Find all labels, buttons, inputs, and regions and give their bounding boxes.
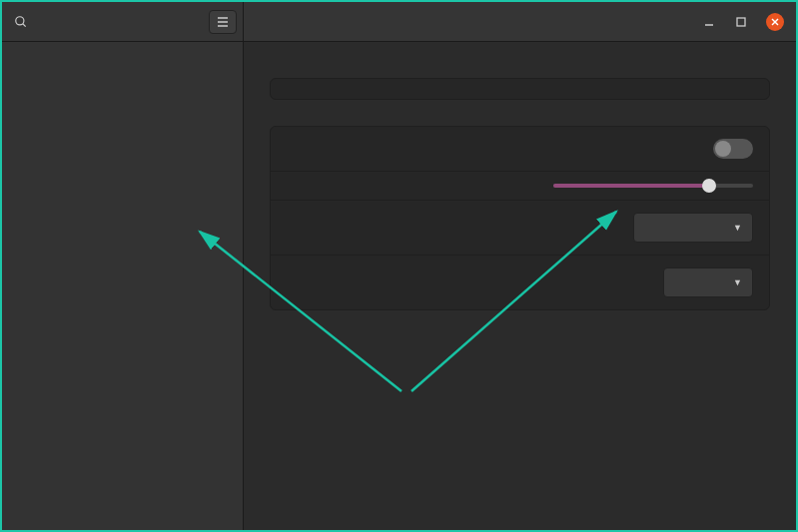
svg-rect-6	[737, 18, 745, 26]
slider-handle-icon[interactable]	[702, 179, 716, 193]
show-on-dropdown[interactable]: ▼	[633, 213, 753, 243]
svg-point-0	[16, 16, 24, 24]
icon-size-slider[interactable]	[553, 184, 753, 188]
dock-autohide-row	[271, 127, 769, 172]
dock-position-row: ▼	[271, 256, 769, 309]
dock-panel: ▼ ▼	[270, 126, 770, 310]
window-colors-row	[270, 78, 770, 100]
titlebar	[2, 2, 796, 42]
chevron-down-icon: ▼	[733, 277, 742, 287]
chevron-down-icon: ▼	[733, 223, 742, 233]
search-button[interactable]	[2, 2, 40, 42]
titlebar-left	[2, 2, 244, 41]
position-dropdown[interactable]: ▼	[663, 267, 753, 297]
maximize-button[interactable]	[734, 15, 748, 29]
window-controls	[702, 13, 796, 31]
close-button[interactable]	[766, 13, 784, 31]
svg-line-1	[23, 23, 26, 26]
main-content: ▼ ▼	[244, 42, 796, 530]
minimize-button[interactable]	[702, 15, 716, 29]
settings-window: ▼ ▼	[0, 0, 798, 532]
dock-icon-size-row	[271, 172, 769, 201]
sidebar	[2, 42, 244, 530]
autohide-switch[interactable]	[713, 139, 753, 159]
hamburger-menu-button[interactable]	[209, 10, 237, 34]
dock-show-on-row: ▼	[271, 201, 769, 256]
